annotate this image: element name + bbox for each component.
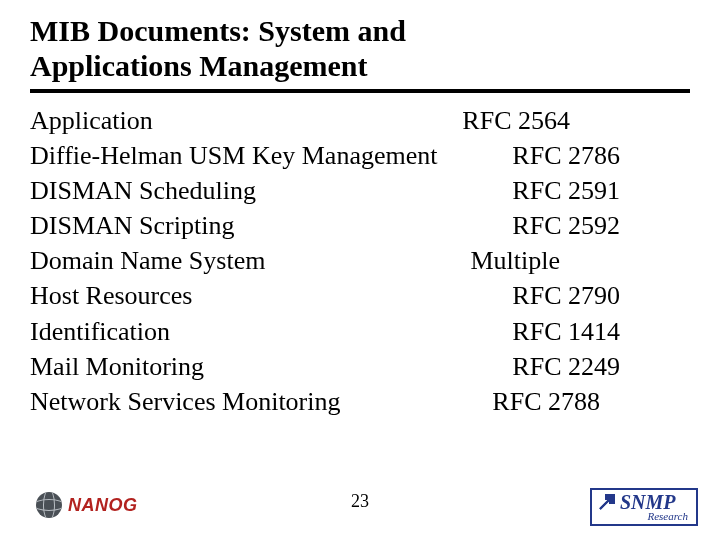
arrow-icon bbox=[598, 493, 616, 511]
content-list: Application RFC 2564 Diffie-Helman USM K… bbox=[30, 103, 690, 419]
list-item: Host Resources RFC 2790 bbox=[30, 278, 690, 313]
item-name: Network Services Monitoring bbox=[30, 384, 341, 419]
title-line-1: MIB Documents: System and bbox=[30, 14, 406, 47]
list-item: DISMAN Scheduling RFC 2591 bbox=[30, 173, 690, 208]
item-rfc: Multiple bbox=[470, 243, 690, 278]
snmp-logo-top: SNMP bbox=[598, 492, 690, 512]
item-rfc: RFC 1414 bbox=[512, 314, 690, 349]
item-rfc: RFC 2564 bbox=[462, 103, 690, 138]
item-rfc: RFC 2788 bbox=[492, 384, 690, 419]
globe-icon bbox=[36, 492, 62, 518]
title-line-2: Applications Management bbox=[30, 49, 368, 82]
item-name: Mail Monitoring bbox=[30, 349, 204, 384]
item-name: Diffie-Helman USM Key Management bbox=[30, 138, 437, 173]
item-name: Identification bbox=[30, 314, 170, 349]
item-name: DISMAN Scripting bbox=[30, 208, 234, 243]
nanog-text: NANOG bbox=[68, 495, 138, 516]
list-item: Network Services Monitoring RFC 2788 bbox=[30, 384, 690, 419]
snmp-research-logo: SNMP Research bbox=[590, 488, 698, 526]
slide-title: MIB Documents: System and Applications M… bbox=[30, 14, 690, 83]
list-item: Mail Monitoring RFC 2249 bbox=[30, 349, 690, 384]
item-rfc: RFC 2592 bbox=[512, 208, 690, 243]
item-rfc: RFC 2591 bbox=[512, 173, 690, 208]
item-rfc: RFC 2790 bbox=[512, 278, 690, 313]
item-rfc: RFC 2786 bbox=[512, 138, 690, 173]
list-item: Application RFC 2564 bbox=[30, 103, 690, 138]
item-name: DISMAN Scheduling bbox=[30, 173, 256, 208]
list-item: Diffie-Helman USM Key Management RFC 278… bbox=[30, 138, 690, 173]
slide: MIB Documents: System and Applications M… bbox=[0, 0, 720, 540]
snmp-text: SNMP bbox=[620, 492, 676, 512]
list-item: Domain Name System Multiple bbox=[30, 243, 690, 278]
list-item: DISMAN Scripting RFC 2592 bbox=[30, 208, 690, 243]
title-underline bbox=[30, 89, 690, 93]
item-name: Application bbox=[30, 103, 153, 138]
list-item: Identification RFC 1414 bbox=[30, 314, 690, 349]
nanog-logo: NANOG bbox=[36, 492, 138, 518]
item-name: Host Resources bbox=[30, 278, 192, 313]
item-name: Domain Name System bbox=[30, 243, 265, 278]
item-rfc: RFC 2249 bbox=[512, 349, 690, 384]
